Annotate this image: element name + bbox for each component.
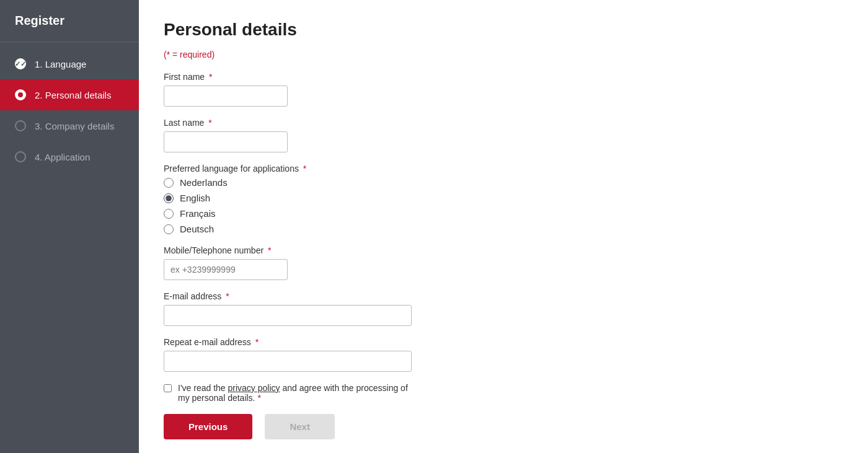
sidebar-item-application[interactable]: 4. Application [0, 141, 139, 172]
last-name-group: Last name * [164, 118, 843, 152]
step-label-1: 1. Language [35, 59, 86, 69]
language-radio-group: Nederlands English Français Deutsch [164, 177, 843, 234]
email-group: E-mail address * [164, 291, 843, 326]
language-group: Preferred language for applications * Ne… [164, 164, 843, 234]
privacy-checkbox[interactable] [164, 384, 172, 392]
radio-fr[interactable] [164, 209, 174, 219]
repeat-email-label: Repeat e-mail address * [164, 337, 843, 347]
page-title: Personal details [164, 20, 843, 40]
radio-option-en[interactable]: English [164, 193, 843, 203]
sidebar-steps: ✓ 1. Language 2. Personal details 3. Com… [0, 42, 139, 172]
step-label-4: 4. Application [35, 152, 90, 162]
radio-option-nl[interactable]: Nederlands [164, 177, 843, 188]
first-name-input[interactable] [164, 86, 288, 107]
phone-required: * [265, 245, 271, 255]
main-content: Personal details (* = required) First na… [139, 0, 868, 453]
last-name-input[interactable] [164, 131, 288, 152]
previous-button[interactable]: Previous [164, 414, 252, 439]
email-input[interactable] [164, 305, 412, 326]
first-name-group: First name * [164, 72, 843, 107]
phone-group: Mobile/Telephone number * [164, 245, 843, 280]
email-required: * [223, 291, 229, 301]
language-required: * [301, 164, 306, 174]
last-name-label: Last name * [164, 118, 843, 128]
step-dot-4 [15, 151, 26, 162]
required-note: (* = required) [164, 50, 843, 59]
language-label: Preferred language for applications * [164, 164, 843, 174]
privacy-checkbox-row: I've read the privacy policy and agree w… [164, 383, 412, 403]
step-label-3: 3. Company details [35, 121, 114, 131]
radio-fr-label: Français [180, 208, 216, 219]
repeat-email-required: * [253, 337, 259, 347]
radio-de[interactable] [164, 224, 174, 234]
sidebar-item-language[interactable]: ✓ 1. Language [0, 48, 139, 79]
radio-en[interactable] [164, 193, 174, 203]
first-name-required: * [206, 72, 212, 82]
step-dot-2 [15, 89, 26, 100]
step-dot-1: ✓ [15, 58, 26, 69]
radio-de-label: Deutsch [180, 224, 214, 234]
sidebar: Register ✓ 1. Language 2. Personal detai… [0, 0, 139, 453]
sidebar-item-personal-details[interactable]: 2. Personal details [0, 79, 139, 110]
step-dot-3 [15, 120, 26, 131]
step-label-2: 2. Personal details [35, 90, 111, 100]
radio-nl[interactable] [164, 178, 174, 188]
button-row: Previous Next [164, 414, 843, 439]
first-name-label: First name * [164, 72, 843, 82]
privacy-link[interactable]: privacy policy [228, 383, 280, 393]
radio-en-label: English [180, 193, 210, 203]
privacy-text: I've read the privacy policy and agree w… [178, 383, 412, 403]
phone-label: Mobile/Telephone number * [164, 245, 843, 255]
next-button[interactable]: Next [265, 414, 335, 439]
repeat-email-group: Repeat e-mail address * [164, 337, 843, 372]
repeat-email-input[interactable] [164, 351, 412, 372]
email-label: E-mail address * [164, 291, 843, 301]
sidebar-item-company-details[interactable]: 3. Company details [0, 110, 139, 141]
phone-input[interactable] [164, 259, 288, 280]
radio-option-fr[interactable]: Français [164, 208, 843, 219]
last-name-required: * [206, 118, 211, 128]
sidebar-title: Register [0, 0, 139, 42]
privacy-required-star: * [257, 393, 260, 403]
radio-option-de[interactable]: Deutsch [164, 224, 843, 234]
radio-nl-label: Nederlands [180, 177, 228, 188]
